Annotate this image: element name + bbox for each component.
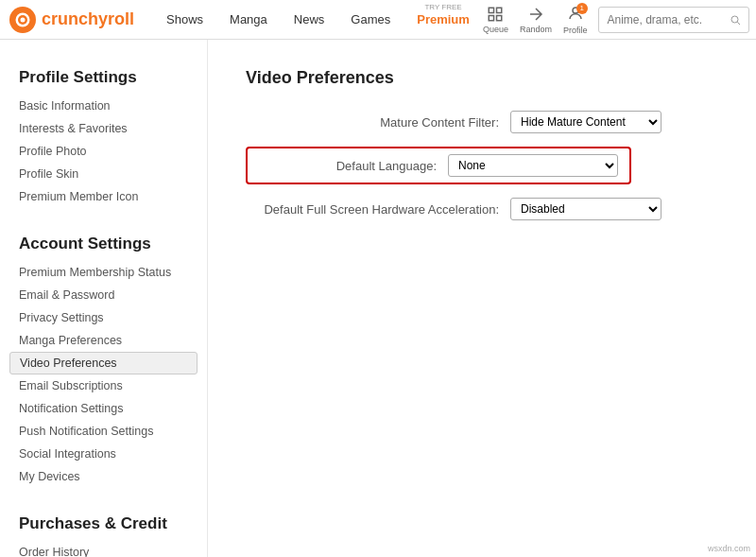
sidebar-premium-membership[interactable]: Premium Membership Status [0, 261, 207, 284]
sidebar-notification-settings[interactable]: Notification Settings [0, 397, 207, 420]
svg-rect-3 [490, 8, 494, 12]
queue-button[interactable]: Queue [483, 6, 508, 34]
nav-right-icons: Queue Random 1 Profile [483, 5, 750, 35]
sidebar-privacy-settings[interactable]: Privacy Settings [0, 306, 207, 329]
default-language-row-wrapper: Default Language: None English Spanish F… [246, 147, 718, 184]
mature-content-row: Mature Content Filter: Hide Mature Conte… [246, 111, 718, 133]
nav-premium[interactable]: TRY FREE Premium [404, 0, 483, 40]
premium-label: Premium [417, 0, 470, 40]
svg-rect-4 [497, 8, 502, 12]
sidebar-my-devices[interactable]: My Devices [0, 465, 207, 488]
sidebar-push-notifications[interactable]: Push Notification Settings [0, 420, 207, 443]
sidebar-video-preferences[interactable]: Video Preferences [9, 352, 198, 374]
purchases-title: Purchases & Credit [0, 505, 207, 541]
page-title: Video Preferences [246, 68, 718, 88]
sidebar-manga-preferences[interactable]: Manga Preferences [0, 329, 207, 352]
sidebar-social-integrations[interactable]: Social Integrations [0, 443, 207, 465]
queue-label: Queue [483, 25, 508, 34]
random-label: Random [520, 25, 552, 34]
logo-area[interactable]: crunchyroll [9, 7, 134, 33]
profile-button[interactable]: 1 Profile [563, 5, 588, 35]
svg-rect-5 [490, 15, 494, 20]
main-content: Video Preferences Mature Content Filter:… [208, 40, 756, 557]
mature-content-select[interactable]: Hide Mature Content Show Mature Content [510, 111, 662, 133]
sidebar-profile-skin[interactable]: Profile Skin [0, 163, 207, 185]
svg-point-2 [21, 17, 26, 22]
sidebar-email-password[interactable]: Email & Password [0, 284, 207, 306]
search-input[interactable] [607, 13, 730, 26]
default-language-highlighted: Default Language: None English Spanish F… [246, 147, 631, 184]
mature-content-control: Hide Mature Content Show Mature Content [510, 111, 718, 133]
mature-content-label: Mature Content Filter: [246, 115, 510, 130]
nav-manga[interactable]: Manga [216, 0, 281, 40]
nav-shows[interactable]: Shows [153, 0, 216, 40]
sidebar-profile-photo[interactable]: Profile Photo [0, 140, 207, 163]
nav-news[interactable]: News [281, 0, 338, 40]
nav-games[interactable]: Games [337, 0, 404, 40]
account-settings-title: Account Settings [0, 225, 207, 261]
hardware-accel-label: Default Full Screen Hardware Acceleratio… [246, 202, 510, 217]
svg-line-9 [738, 22, 741, 25]
crunchyroll-logo-icon [9, 7, 36, 33]
default-language-select[interactable]: None English Spanish French Portuguese G… [448, 154, 618, 177]
hardware-accel-control: Disabled Enabled [510, 198, 718, 220]
sidebar: Profile Settings Basic Information Inter… [0, 40, 208, 557]
main-nav: Shows Manga News Games TRY FREE Premium [153, 0, 483, 40]
search-box[interactable] [598, 7, 749, 33]
profile-badge: 1 [576, 3, 588, 14]
default-language-control: None English Spanish French Portuguese G… [448, 154, 618, 177]
random-button[interactable]: Random [520, 6, 552, 34]
profile-settings-title: Profile Settings [0, 59, 207, 95]
watermark: wsxdn.com [708, 544, 750, 553]
svg-rect-6 [497, 15, 502, 20]
default-language-label: Default Language: [259, 159, 448, 173]
search-icon [730, 13, 741, 26]
svg-point-8 [731, 16, 738, 23]
hardware-accel-select[interactable]: Disabled Enabled [510, 198, 662, 220]
sidebar-order-history[interactable]: Order History [0, 541, 207, 557]
sidebar-basic-info[interactable]: Basic Information [0, 95, 207, 117]
sidebar-interests[interactable]: Interests & Favorites [0, 117, 207, 140]
top-navigation: crunchyroll Shows Manga News Games TRY F… [0, 0, 756, 40]
sidebar-email-subscriptions[interactable]: Email Subscriptions [0, 374, 207, 397]
profile-label: Profile [563, 26, 588, 35]
page-layout: Profile Settings Basic Information Inter… [0, 40, 756, 557]
hardware-accel-row: Default Full Screen Hardware Acceleratio… [246, 198, 718, 220]
sidebar-premium-member-icon[interactable]: Premium Member Icon [0, 185, 207, 208]
logo-text: crunchyroll [42, 9, 134, 29]
